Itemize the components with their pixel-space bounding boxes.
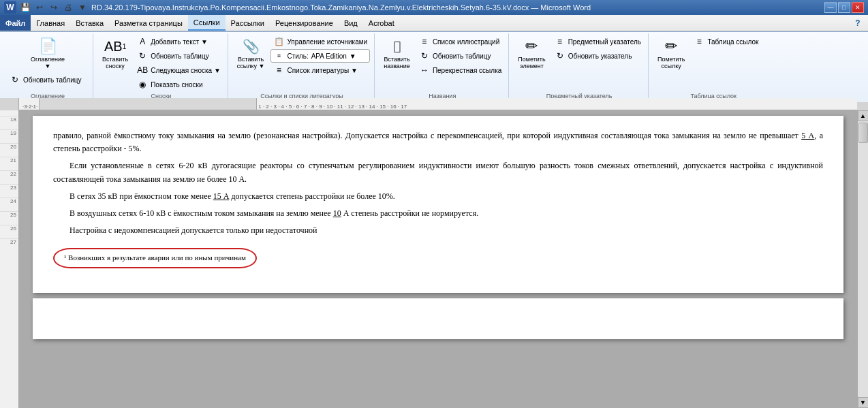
toc-label: Оглавление — [31, 56, 65, 63]
qa-redo[interactable]: ↪ — [48, 1, 60, 14]
footnote-text: ¹ Возникших в результате аварии или по и… — [64, 253, 246, 262]
figure-list-button[interactable]: ≡ Список иллюстраций — [416, 35, 504, 48]
insert-index-label: Предметный указатель — [568, 38, 641, 46]
help-button[interactable]: ? — [852, 17, 864, 29]
ruler-top-margin — [0, 110, 18, 116]
document-area: правило, равной ёмкостному току замыкани… — [19, 110, 857, 408]
scrollbar: ▲ ▼ — [857, 110, 868, 408]
insert-index-button[interactable]: ≡ Предметный указатель — [552, 35, 644, 48]
menu-insert[interactable]: Вставка — [70, 15, 109, 31]
show-footnotes-button[interactable]: ◉ Показать сноски — [134, 78, 223, 91]
paragraph-5: Настройка с недокомпенсацией допускается… — [53, 224, 823, 237]
add-text-button[interactable]: A Добавить текст ▼ — [134, 35, 223, 48]
insert-tableref-label: Таблица ссылок — [707, 38, 758, 46]
mark-cit-icon: ✏ — [662, 37, 681, 56]
update-table-fn-label: Обновить таблицу — [151, 52, 209, 60]
ruler-margin-left — [39, 98, 257, 110]
menu-home[interactable]: Главная — [31, 15, 70, 31]
ribbon-group-tableref: ✏ Пометитьссылку ≡ Таблица ссылок Таблиц… — [650, 33, 777, 101]
document-page-2[interactable] — [33, 298, 843, 339]
fig-list-icon: ≡ — [419, 36, 430, 47]
ruler-mark-27: 27 — [0, 238, 18, 252]
ruler-mark-22: 22 — [0, 170, 18, 184]
toc-button[interactable]: 📄 Оглавление ▼ — [27, 35, 68, 72]
insert-footnote-button[interactable]: AB1 Вставитьсноску — [99, 35, 131, 72]
footnote-small-col: A Добавить текст ▼ ↻ Обновить таблицу AB… — [134, 35, 223, 91]
cross-ref-button[interactable]: ↔ Перекрестная ссылка — [416, 63, 504, 77]
vertical-ruler: 18 19 20 21 22 23 24 25 26 27 — [0, 110, 19, 408]
qa-print[interactable]: 🖨 — [62, 1, 74, 14]
title-bar: W 💾 ↩ ↪ 🖨 ▼ RD.34.20.179-Tipovaya.Instru… — [0, 0, 868, 15]
update-toc-button[interactable]: ↻ Обновить таблицу — [7, 73, 89, 87]
add-text-icon: A — [137, 36, 148, 47]
figure-list-label: Список иллюстраций — [433, 38, 499, 46]
menu-acrobat[interactable]: Acrobat — [363, 15, 400, 31]
toc-icon: 📄 — [38, 37, 57, 56]
close-button[interactable]: ✕ — [852, 2, 864, 13]
manage-sources-label: Управление источниками — [287, 38, 367, 46]
paragraph-1: правило, равной ёмкостному току замыкани… — [53, 129, 823, 155]
mark-citation-button[interactable]: ✏ Пометитьссылку — [654, 35, 688, 72]
update-table-fn-button[interactable]: ↻ Обновить таблицу — [134, 49, 223, 63]
insert-tableref-button[interactable]: ≡ Таблица ссылок — [691, 35, 773, 48]
update-table-cap-label: Обновить таблицу — [433, 52, 491, 60]
insert-caption-icon: ⌷ — [388, 37, 407, 56]
ribbon-group-citations: 📎 Вставитьссылку ▼ 📋 Управление источник… — [230, 33, 375, 101]
menu-page-layout[interactable]: Разметка страницы — [109, 15, 188, 31]
update-toc-icon: ↻ — [10, 74, 20, 85]
update-toc-label: Обновить таблицу — [23, 76, 82, 84]
update-index-button[interactable]: ↻ Обновить указатель — [552, 49, 644, 63]
menu-file[interactable]: Файл — [0, 15, 31, 31]
bibliography-button[interactable]: ≡ Список литературы ▼ — [270, 63, 370, 77]
scroll-thumb[interactable] — [858, 123, 868, 143]
mark-entry-icon: ✏ — [522, 37, 541, 56]
update-cap-icon: ↻ — [419, 50, 430, 61]
mark-entry-button[interactable]: ✏ Пометитьэлемент — [514, 35, 548, 72]
menu-view[interactable]: Вид — [339, 15, 363, 31]
qa-undo[interactable]: ↩ — [33, 1, 46, 14]
menu-review[interactable]: Рецензирование — [270, 15, 339, 31]
style-arrow: ▼ — [350, 52, 356, 60]
minimize-button[interactable]: — — [824, 2, 837, 13]
update-index-label: Обновить указатель — [568, 52, 632, 60]
add-text-label: Добавить текст ▼ — [151, 38, 208, 46]
paragraph-2: Если установленные в сетях 6-20 кВ дугог… — [53, 159, 823, 185]
title-text: RD.34.20.179-Tipovaya.Instrukciya.Po.Kom… — [91, 3, 591, 12]
ribbon-content: 📄 Оглавление ▼ ↻ Обновить таблицу Оглавл… — [0, 31, 868, 102]
document-page-1[interactable]: правило, равной ёмкостному току замыкани… — [33, 116, 843, 293]
update-fn-icon: ↻ — [137, 50, 148, 61]
footnote-box: ¹ Возникших в результате аварии или по и… — [53, 248, 257, 268]
word-icon: W — [4, 1, 16, 14]
menu-references[interactable]: Ссылки — [188, 15, 226, 31]
insert-footnote-icon: AB1 — [106, 37, 125, 56]
insert-tref-icon: ≡ — [694, 36, 704, 47]
scroll-down-button[interactable]: ▼ — [858, 397, 869, 408]
style-dropdown[interactable]: ≡ Стиль: APA Edition ▼ — [270, 49, 370, 63]
scroll-up-button[interactable]: ▲ — [858, 110, 869, 121]
update-idx-icon: ↻ — [555, 50, 565, 61]
qa-save[interactable]: 💾 — [19, 1, 31, 14]
qa-more[interactable]: ▼ — [76, 1, 89, 14]
mark-entry-label: Пометитьэлемент — [518, 56, 545, 69]
style-value: APA Edition — [311, 52, 347, 60]
title-controls[interactable]: — □ ✕ — [824, 2, 864, 13]
ruler-mark-21: 21 — [0, 157, 18, 170]
insert-caption-label: Вставитьназвание — [384, 56, 410, 69]
insert-footnote-label: Вставитьсноску — [102, 56, 128, 69]
manage-sources-button[interactable]: 📋 Управление источниками — [270, 35, 370, 48]
insert-citation-button[interactable]: 📎 Вставитьссылку ▼ — [234, 35, 268, 72]
ribbon-group-footnotes: AB1 Вставитьсноску A Добавить текст ▼ ↻ … — [95, 33, 228, 101]
mark-citation-label: Пометитьссылку — [657, 56, 685, 69]
citations-small-col: 📋 Управление источниками ≡ Стиль: APA Ed… — [270, 35, 370, 77]
ruler-mark-24: 24 — [0, 198, 18, 211]
citations-main: 📎 Вставитьссылку ▼ 📋 Управление источник… — [234, 35, 370, 77]
menu-mailings[interactable]: Рассылки — [226, 15, 270, 31]
captions-small-col: ≡ Список иллюстраций ↻ Обновить таблицу … — [416, 35, 504, 77]
insert-caption-button[interactable]: ⌷ Вставитьназвание — [380, 35, 414, 72]
maximize-button[interactable]: □ — [838, 2, 850, 13]
index-main: ✏ Пометитьэлемент ≡ Предметный указатель… — [514, 35, 644, 72]
toc-buttons: 📄 Оглавление ▼ — [27, 35, 68, 72]
next-footnote-button[interactable]: AB Следующая сноска ▼ — [134, 63, 223, 77]
update-table-cap-button[interactable]: ↻ Обновить таблицу — [416, 49, 504, 63]
tableref-small-col: ≡ Таблица ссылок — [691, 35, 773, 48]
